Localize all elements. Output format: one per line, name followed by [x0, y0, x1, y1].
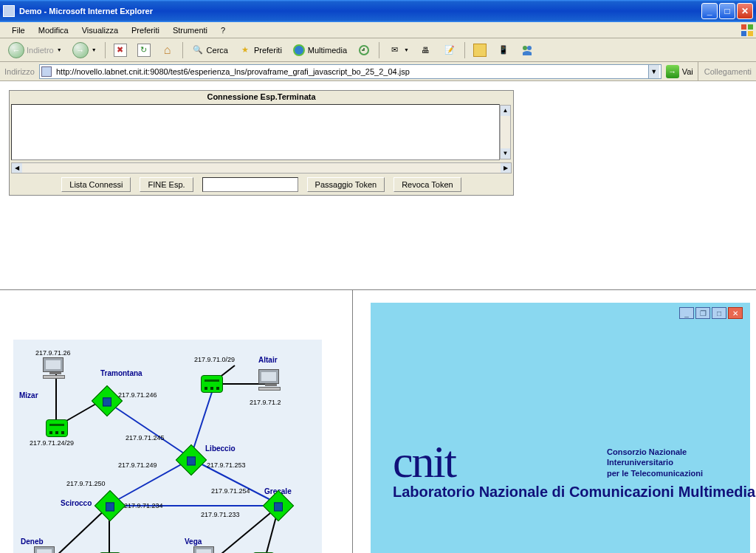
menu-file[interactable]: File	[6, 24, 31, 36]
vega-label: Vega	[185, 537, 202, 546]
minimize-button[interactable]: _	[701, 3, 718, 19]
edit-button[interactable]: 📝	[439, 41, 460, 59]
token-input[interactable]	[202, 177, 298, 192]
svg-rect-2	[741, 31, 746, 36]
messenger-icon	[520, 44, 534, 57]
links-label[interactable]: Collegamenti	[698, 62, 752, 80]
forward-icon: →	[72, 42, 89, 58]
refresh-button[interactable]: ↻	[134, 41, 154, 59]
mail-icon: ✉	[388, 44, 401, 57]
menu-edit[interactable]: Modifica	[32, 24, 75, 36]
libeccio-ip-up: 217.9.71.245	[126, 434, 165, 442]
fine-esp-button[interactable]: FINE Esp.	[140, 177, 193, 192]
research-icon: 📱	[497, 44, 510, 57]
frame-vertical-divider	[352, 289, 353, 553]
control-panel: Connessione Esp.Terminata ▲ ▼ ◀ ▶ Lista …	[9, 90, 514, 196]
svg-point-7	[523, 46, 527, 50]
address-dropdown[interactable]: ▼	[648, 65, 659, 78]
media-icon	[292, 44, 306, 57]
status-title: Connessione Esp.Terminata	[10, 91, 513, 103]
tramontana-ip: 217.9.71.246	[118, 391, 157, 399]
passaggio-token-button[interactable]: Passaggio Token	[307, 177, 385, 192]
mizar-computer-icon[interactable]	[43, 357, 68, 379]
search-icon: 🔍	[191, 44, 205, 57]
log-hscroll[interactable]: ◀ ▶	[11, 162, 512, 174]
menu-tools[interactable]: Strumenti	[167, 24, 213, 36]
svg-rect-0	[741, 24, 746, 30]
stop-button[interactable]: ✖	[110, 41, 131, 59]
scroll-left-button[interactable]: ◀	[12, 163, 22, 173]
url-input[interactable]	[55, 66, 648, 77]
close-button[interactable]: ✕	[737, 3, 753, 19]
home-button[interactable]: ⌂	[157, 41, 178, 59]
deneb-label: Deneb	[21, 537, 44, 546]
altair-ip: 217.9.71.2	[250, 399, 281, 406]
cnit-logo: cnit	[393, 436, 456, 488]
libeccio-ip-right: 217.9.71.253	[207, 461, 246, 469]
toolbar: ← Indietro ▼ → ▼ ✖ ↻ ⌂ 🔍 Cerca ★ Preferi…	[0, 38, 756, 62]
back-button[interactable]: ← Indietro ▼	[4, 40, 66, 61]
grecale-ip-left: 217.9.71.233	[201, 511, 240, 518]
favicon	[41, 66, 52, 77]
inner-window-button[interactable]: ❐	[695, 307, 710, 319]
forward-button[interactable]: → ▼	[69, 40, 100, 61]
favorites-button[interactable]: ★ Preferiti	[235, 41, 286, 59]
libeccio-label: Libeccio	[205, 444, 236, 453]
log-vscroll[interactable]: ▲ ▼	[500, 105, 511, 159]
grecale-ip-up: 217.9.71.254	[211, 487, 250, 495]
mizar-ip: 217.9.71.26	[35, 349, 71, 357]
messenger-button[interactable]	[517, 41, 537, 59]
log-box	[11, 104, 500, 160]
scroll-right-button[interactable]: ▶	[501, 163, 511, 173]
history-button[interactable]	[354, 41, 374, 59]
svg-rect-1	[748, 24, 753, 30]
svg-line-17	[108, 402, 190, 458]
menu-help[interactable]: ?	[215, 24, 231, 36]
history-icon	[357, 44, 371, 57]
mizar-subnet: 217.9.71.24/29	[30, 439, 74, 447]
menu-favorites[interactable]: Preferiti	[126, 24, 165, 36]
lista-connessi-button[interactable]: Lista Connessi	[61, 177, 131, 192]
libeccio-ip-left: 217.9.71.249	[118, 461, 157, 469]
go-button[interactable]: → Vai	[666, 65, 693, 78]
discuss-button[interactable]	[470, 41, 490, 59]
lab-title: Laboratorio Nazionale di Comunicazioni M…	[393, 484, 756, 501]
maximize-button[interactable]: □	[719, 3, 735, 19]
scroll-up-button[interactable]: ▲	[501, 106, 510, 116]
research-button[interactable]: 📱	[493, 41, 514, 59]
logo-panel: _ ❐ □ ✕ cnit Consorzio Nazionale Interun…	[371, 303, 750, 553]
network-graph: 217.9.71.26 Mizar 217.9.71.24/29 Tramont…	[13, 340, 322, 553]
altair-label: Altair	[258, 356, 278, 364]
log-area: ▲ ▼	[10, 103, 513, 162]
vega-computer-icon[interactable]	[193, 546, 219, 553]
tramontana-label: Tramontana	[100, 369, 142, 377]
altair-router-icon[interactable]	[201, 375, 223, 393]
discuss-icon	[473, 44, 487, 57]
altair-computer-icon[interactable]	[258, 369, 284, 391]
print-button[interactable]: 🖶	[416, 41, 436, 59]
mizar-router-icon[interactable]	[46, 419, 68, 437]
svg-point-8	[527, 46, 532, 50]
inner-close-button[interactable]: ✕	[728, 307, 743, 319]
print-icon: 🖶	[419, 44, 433, 57]
deneb-computer-icon[interactable]	[34, 546, 59, 553]
revoca-token-button[interactable]: Revoca Token	[394, 177, 461, 192]
scroll-down-button[interactable]: ▼	[501, 148, 510, 159]
inner-window-controls: _ ❐ □ ✕	[679, 307, 743, 319]
address-label: Indirizzo	[4, 67, 35, 76]
page-content: Connessione Esp.Terminata ▲ ▼ ◀ ▶ Lista …	[0, 81, 756, 553]
menu-bar: File Modifica Visualizza Preferiti Strum…	[0, 22, 756, 38]
home-icon: ⌂	[161, 44, 174, 57]
frame-horizontal-divider	[0, 289, 756, 290]
window-title: Demo - Microsoft Internet Explorer	[19, 7, 153, 16]
search-button[interactable]: 🔍 Cerca	[188, 41, 232, 59]
stop-icon: ✖	[114, 44, 127, 57]
window-titlebar: Demo - Microsoft Internet Explorer _ □ ✕	[0, 0, 756, 22]
media-button[interactable]: Multimedia	[289, 41, 351, 59]
scirocco-ip-up: 217.9.71.250	[66, 480, 106, 487]
menu-view[interactable]: Visualizza	[76, 24, 124, 36]
mail-button[interactable]: ✉▼	[384, 41, 413, 59]
inner-maximize-button[interactable]: □	[712, 307, 726, 319]
inner-minimize-button[interactable]: _	[679, 307, 694, 319]
address-bar: Indirizzo ▼ → Vai Collegamenti	[0, 62, 756, 81]
